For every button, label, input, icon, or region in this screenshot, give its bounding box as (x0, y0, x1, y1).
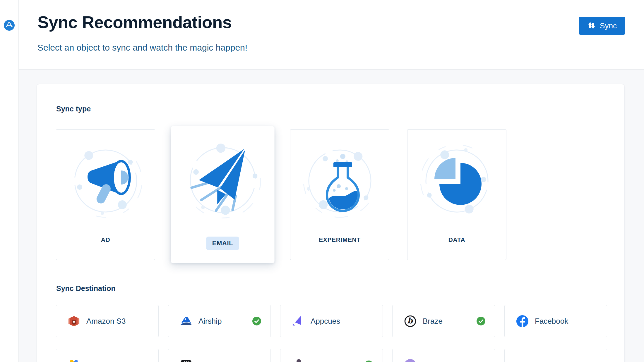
sync-type-card-data[interactable]: DATA (407, 129, 506, 260)
sync-setup-card: Sync type AD EMAIL (37, 84, 624, 362)
connected-check-icon (364, 361, 373, 362)
destination-name: Google Ads (86, 361, 126, 362)
flask-icon (299, 140, 381, 222)
destination-card-airship[interactable]: Airship (168, 305, 271, 337)
destination-name: Braze (423, 317, 443, 326)
sync-type-label: EMAIL (206, 237, 239, 250)
leanplum-logo: LP (404, 358, 417, 362)
destination-card-appcues[interactable]: Appcues (280, 305, 383, 337)
sync-type-card-ad[interactable]: AD (56, 129, 155, 260)
destination-card-google-ads[interactable]: Google Ads (56, 349, 159, 362)
destination-card-marketo[interactable]: Marketo (504, 349, 607, 362)
destination-name: Intercom (198, 361, 228, 362)
connected-check-icon (477, 317, 485, 325)
destination-card-intercom[interactable]: Intercom (168, 349, 271, 362)
intercom-logo (179, 358, 193, 362)
amazon-s3-logo (67, 315, 80, 328)
sync-type-card-experiment[interactable]: EXPERIMENT (290, 129, 389, 260)
destination-name: Facebook (535, 317, 568, 326)
appcues-logo (292, 315, 305, 328)
destination-name: Airship (198, 317, 222, 326)
destination-name: Amazon S3 (86, 317, 126, 326)
sync-type-options: AD EMAIL EXPERIMENT DATA (56, 129, 506, 260)
marketo-logo (516, 358, 529, 362)
destination-card-iterable[interactable]: Iterable (280, 349, 383, 362)
paper-plane-icon (180, 137, 266, 223)
destination-name: Iterable (311, 361, 336, 362)
amplitude-logo[interactable] (4, 20, 15, 31)
sync-destination-heading: Sync Destination (56, 284, 116, 293)
destination-name: Marketo (535, 361, 562, 362)
sync-type-label: EXPERIMENT (319, 236, 361, 243)
destination-card-braze[interactable]: bBraze (392, 305, 495, 337)
sync-type-heading: Sync type (56, 105, 91, 113)
destination-card-facebook[interactable]: Facebook (504, 305, 607, 337)
destination-name: Leanplum (423, 361, 456, 362)
destination-card-amazon-s3[interactable]: Amazon S3 (56, 305, 159, 337)
sync-button[interactable]: Sync (579, 17, 625, 35)
page-subtitle: Select an object to sync and watch the m… (37, 43, 247, 53)
sync-type-card-email[interactable]: EMAIL (171, 126, 274, 263)
sync-type-label: AD (101, 236, 110, 243)
left-rail (0, 0, 19, 362)
sync-button-label: Sync (600, 21, 617, 30)
page-title: Sync Recommendations (37, 12, 232, 32)
svg-text:b: b (407, 316, 413, 325)
google-ads-logo (67, 358, 80, 362)
braze-logo: b (404, 315, 417, 328)
sync-destination-grid: Amazon S3AirshipAppcuesbBrazeFacebookGoo… (56, 305, 607, 362)
airship-logo (179, 315, 193, 328)
page-header: Sync Recommendations Select an object to… (19, 0, 644, 70)
facebook-logo (516, 315, 529, 328)
sync-arrows-icon (587, 21, 596, 30)
sync-type-label: DATA (448, 236, 465, 243)
destination-card-leanplum[interactable]: LPLeanplum (392, 349, 495, 362)
iterable-logo (292, 358, 305, 362)
destination-name: Appcues (311, 317, 340, 326)
connected-check-icon (252, 317, 261, 325)
megaphone-icon (65, 140, 147, 222)
pie-chart-icon (416, 140, 498, 222)
